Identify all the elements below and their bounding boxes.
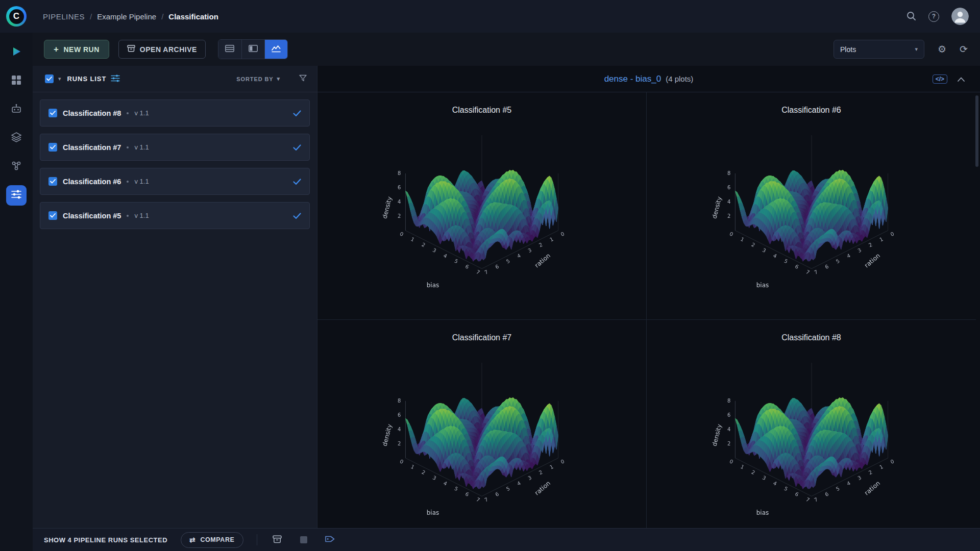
sidebar-item-workers[interactable] — [6, 99, 27, 120]
split-view-icon — [249, 45, 258, 54]
run-version: v 1.1 — [134, 109, 149, 117]
archive-selected-button[interactable] — [271, 533, 284, 546]
run-selected-check-icon — [293, 213, 301, 219]
plot-group-title[interactable]: dense - bias_0 — [604, 74, 662, 84]
surface-plot-canvas[interactable] — [339, 116, 625, 320]
plot-title: Classification #6 — [647, 106, 976, 115]
sidebar-item-pipelines[interactable] — [6, 185, 27, 206]
runs-list-header: ▾ RUNS LIST SORTED BY ▾ — [33, 66, 317, 92]
run-name: Classification #7 — [63, 143, 121, 152]
archive-icon — [127, 44, 135, 54]
sidebar-item-models[interactable] — [6, 157, 27, 177]
settings-button[interactable]: ⚙ — [938, 44, 946, 54]
filter-sliders-icon — [111, 74, 120, 84]
select-all-checkbox[interactable] — [45, 74, 54, 83]
run-version: v 1.1 — [134, 212, 149, 219]
chevron-down-icon: ▾ — [277, 76, 280, 82]
breadcrumb-separator: / — [161, 12, 163, 21]
plot-cell: Classification #6 — [647, 92, 976, 320]
stop-icon — [300, 536, 307, 543]
plus-icon: + — [54, 45, 59, 54]
refresh-icon: ⟳ — [960, 44, 968, 54]
runs-list-title: RUNS LIST — [67, 75, 107, 83]
plot-cell: Classification #8 — [647, 320, 976, 528]
abort-selected-button[interactable] — [297, 533, 310, 546]
select-all-caret-icon[interactable]: ▾ — [58, 76, 61, 82]
vertical-scrollbar[interactable] — [975, 95, 978, 167]
compare-button[interactable]: ⇄ COMPARE — [181, 532, 243, 548]
tags-button[interactable] — [324, 533, 337, 546]
breadcrumb-current: Classification — [168, 12, 218, 21]
filter-runs-button[interactable] — [299, 74, 307, 84]
help-button[interactable]: ? — [928, 11, 939, 22]
selection-count-label: SHOW 4 PIPELINE RUNS SELECTED — [44, 536, 167, 544]
surface-plot-canvas[interactable] — [669, 343, 954, 528]
archive-icon — [273, 535, 282, 545]
app-root: C PIPELINES / Example Pipeline / Classif… — [0, 0, 980, 551]
compare-icon: ⇄ — [189, 536, 195, 543]
breadcrumb-separator: / — [90, 12, 92, 21]
search-button[interactable] — [906, 11, 916, 22]
metric-type-select[interactable]: Plots ▾ — [834, 40, 924, 59]
footer-divider — [257, 534, 257, 545]
open-archive-button[interactable]: OPEN ARCHIVE — [118, 40, 206, 59]
plot-title: Classification #7 — [317, 333, 646, 342]
run-checkbox[interactable] — [48, 211, 57, 220]
footer-bar: SHOW 4 PIPELINE RUNS SELECTED ⇄ COMPARE — [33, 528, 980, 551]
new-run-button[interactable]: + NEW RUN — [44, 40, 109, 59]
gear-icon: ⚙ — [938, 44, 946, 54]
view-toggle-group — [218, 39, 288, 59]
refresh-button[interactable]: ⟳ — [960, 44, 968, 54]
sidebar-item-datasets[interactable] — [6, 128, 27, 148]
search-icon — [906, 11, 916, 22]
metric-type-value: Plots — [840, 45, 856, 54]
user-avatar[interactable] — [951, 8, 969, 25]
breadcrumb-pipeline-name[interactable]: Example Pipeline — [97, 12, 156, 21]
sidebar-item-projects[interactable] — [6, 42, 27, 63]
avatar-icon — [951, 8, 969, 25]
run-list-item[interactable]: Classification #5 v 1.1 — [40, 202, 310, 229]
run-list-item[interactable]: Classification #7 v 1.1 — [40, 134, 310, 161]
funnel-icon — [299, 74, 307, 84]
run-checkbox[interactable] — [48, 143, 57, 152]
runs-panel: ▾ RUNS LIST SORTED BY ▾ — [33, 66, 317, 528]
plots-view-button[interactable] — [264, 40, 287, 59]
run-name: Classification #6 — [63, 178, 121, 186]
robot-icon — [11, 104, 22, 116]
run-separator-dot — [127, 146, 129, 148]
top-bar-actions: ? — [906, 8, 969, 25]
run-list-item[interactable]: Classification #6 v 1.1 — [40, 168, 310, 195]
breadcrumb-pipelines[interactable]: PIPELINES — [43, 12, 85, 21]
details-view-button[interactable] — [241, 40, 264, 59]
run-checkbox[interactable] — [48, 109, 57, 117]
models-graph-icon — [11, 160, 22, 173]
embed-code-icon[interactable]: </> — [933, 74, 947, 84]
top-bar: C PIPELINES / Example Pipeline / Classif… — [0, 0, 980, 33]
run-separator-dot — [127, 112, 129, 114]
chart-view-icon — [272, 45, 281, 54]
open-archive-label: OPEN ARCHIVE — [140, 45, 197, 54]
experiments-grid-icon — [11, 75, 21, 87]
run-list-item[interactable]: Classification #8 v 1.1 — [40, 99, 310, 127]
plot-group-actions: </> — [933, 66, 965, 92]
new-run-label: NEW RUN — [63, 45, 99, 54]
tag-icon — [325, 535, 335, 545]
sidebar-item-experiments[interactable] — [6, 71, 27, 91]
app-logo[interactable]: C — [6, 6, 27, 27]
surface-plot-canvas[interactable] — [339, 343, 625, 528]
run-version: v 1.1 — [134, 178, 149, 185]
plot-title: Classification #8 — [647, 333, 976, 342]
run-checkbox[interactable] — [48, 177, 57, 186]
table-view-icon — [225, 45, 234, 54]
run-separator-dot — [127, 181, 129, 183]
plot-group-count: (4 plots) — [666, 74, 693, 83]
customize-columns-button[interactable] — [111, 74, 120, 84]
sorted-by-control[interactable]: SORTED BY ▾ — [236, 76, 280, 82]
collapse-group-button[interactable] — [958, 76, 965, 83]
help-icon: ? — [928, 11, 939, 22]
plot-cell: Classification #7 — [317, 320, 647, 528]
table-view-button[interactable] — [218, 40, 241, 59]
toolbar: + NEW RUN OPEN ARCHIVE — [33, 33, 980, 66]
run-name: Classification #5 — [63, 212, 121, 220]
surface-plot-canvas[interactable] — [669, 116, 954, 320]
